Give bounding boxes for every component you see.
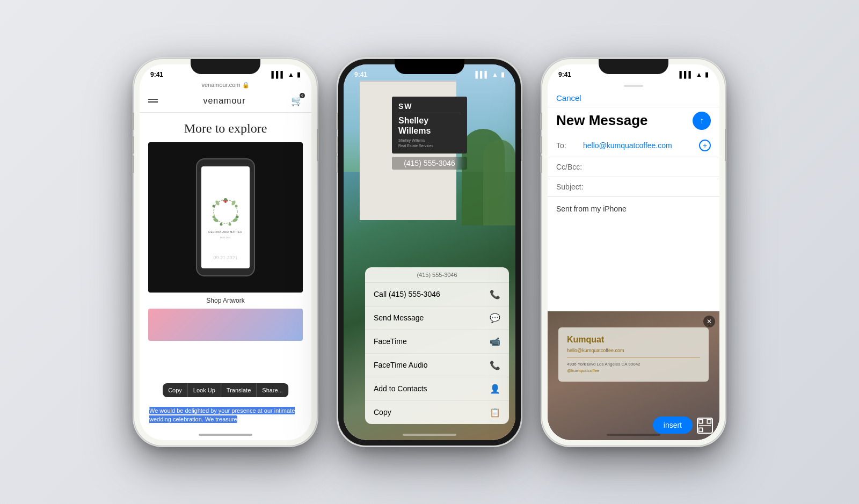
facetime-audio-icon: 📞 [490,360,500,370]
action-facetime-label: FaceTime [374,337,407,346]
action-header: (415) 555-3046 [365,267,509,283]
time-3: 9:41 [558,71,571,78]
close-icon: ✕ [707,318,712,325]
svg-point-2 [235,205,238,208]
page-heading: More to explore [140,113,311,142]
biz-email: hello@kumquatcoffee.com [567,347,700,354]
time-2: 9:41 [354,71,367,78]
action-copy[interactable]: Copy 📋 [365,401,509,424]
svg-point-12 [224,201,227,203]
add-contact-button[interactable]: + [699,140,711,151]
copy-btn[interactable]: Copy [163,383,188,397]
home-indicator-2 [403,434,456,436]
lookup-btn[interactable]: Look Up [188,383,221,397]
sign-first-name: Shelley [398,116,428,125]
subject-label: Subject: [556,182,584,191]
biz-brand: Kumquat [567,335,700,345]
action-add-contacts[interactable]: Add to Contacts 👤 [365,377,509,401]
building-sign: SW Shelley Willems Shelley Willems Real … [392,97,467,170]
bottom-banner [148,309,303,341]
nav-bar-1: venamour 🛒 0 [140,92,311,113]
card-camera-view: ✕ Kumquat hello@kumquatcoffee.com 4936 Y… [548,311,719,440]
wedding-date: 09.21.2021 [220,236,231,239]
action-copy-label: Copy [374,408,391,417]
wedding-text: DELFINA AND MATTEO [208,230,242,234]
screen-2: 9:41 ▌▌▌▲▮ SW Shelley Willems Shelley Wi… [344,64,515,440]
phone-2: 9:41 ▌▌▌▲▮ SW Shelley Willems Shelley Wi… [338,59,521,445]
wifi-icon: ▲ [288,71,294,78]
facetime-video-icon: 📹 [490,337,500,347]
insert-button[interactable]: insert [653,417,693,434]
svg-point-14 [227,200,228,202]
notch-2 [395,59,464,74]
svg-point-7 [213,205,215,208]
shop-label: Shop Artwork [140,293,311,309]
selected-text-area: We would be delighted by your presence a… [149,406,302,424]
action-sheet: (415) 555-3046 Call (415) 555-3046 📞 Sen… [365,267,509,424]
svg-rect-16 [707,419,711,423]
url-text: venamour.com [201,82,240,88]
svg-point-5 [220,223,223,226]
wedding-name: DELFINA AND MATTEO [208,230,242,234]
body-text: Sent from my iPhone [556,204,627,213]
cc-field[interactable]: Cc/Bcc: [548,157,719,177]
phone-number-display: (415) 555-3046 [392,157,467,170]
selected-text: We would be delighted by your presence a… [149,407,295,423]
send-icon: ↑ [700,116,704,126]
email-title: New Message [556,112,648,129]
cc-label: Cc/Bcc: [556,163,583,171]
action-add-contacts-label: Add to Contacts [374,384,427,393]
biz-detail: hello@kumquatcoffee.com [567,347,700,358]
translate-btn[interactable]: Translate [221,383,257,397]
floral-wreath-icon [209,195,242,228]
sign-sub2: Real Estate Services [398,144,433,148]
status-icons-1: ▌▌▌ ▲ ▮ [272,71,301,78]
business-card: Kumquat hello@kumquatcoffee.com 4936 Yor… [558,327,709,382]
subject-field[interactable]: Subject: [548,177,719,197]
share-btn[interactable]: Share... [257,383,288,397]
action-facetime[interactable]: FaceTime 📹 [365,330,509,354]
drag-handle [624,85,643,87]
action-call[interactable]: Call (415) 555-3046 📞 [365,283,509,306]
sign-board: SW Shelley Willems Shelley Willems Real … [392,97,467,154]
notch-1 [191,59,260,74]
biz-address: 4936 York Blvd Los Angeles CA 90042 @kum… [567,361,700,374]
address-bar[interactable]: venamour.com 🔒 [140,81,311,92]
wedding-card: DELFINA AND MATTEO 09.21.2021 [201,166,250,268]
artwork-inner: DELFINA AND MATTEO 09.21.2021 09.21.2021 [148,142,303,293]
close-camera-button[interactable]: ✕ [703,316,715,327]
svg-point-4 [229,223,231,226]
cart-icon[interactable]: 🛒 0 [291,95,303,107]
home-indicator-3 [607,434,660,436]
action-facetime-audio[interactable]: FaceTime Audio 📞 [365,354,509,377]
time-1: 9:41 [150,71,163,78]
message-icon: 💬 [490,313,500,323]
to-label: To: [556,141,583,150]
biz-address-line1: 4936 York Blvd Los Angeles CA 90042 [567,361,700,368]
to-field[interactable]: To: hello@kumquatcoffee.com + [548,134,719,157]
signal-icon: ▌▌▌ [272,71,286,78]
svg-point-13 [223,200,225,202]
cart-badge: 0 [300,93,305,98]
phone-1: 9:41 ▌▌▌ ▲ ▮ venamour.com 🔒 venamour 🛒 0… [134,59,317,445]
copy-icon: 📋 [490,407,500,418]
site-logo: venamour [203,96,245,106]
action-message[interactable]: Send Message 💬 [365,306,509,330]
sign-last-name: Willems [398,126,431,135]
artwork-date: 09.21.2021 [148,255,303,260]
sign-subtitle: Shelley Willems Real Estate Services [398,138,461,149]
svg-point-3 [236,216,239,218]
status-icons-3: ▌▌▌▲▮ [680,71,709,78]
menu-icon[interactable] [148,99,158,103]
sign-sub1: Shelley Willems [398,138,425,142]
phone-3: 9:41 ▌▌▌▲▮ Cancel New Message ↑ To: hell… [542,59,725,445]
send-button[interactable]: ↑ [693,112,711,130]
notch-3 [599,59,668,74]
sign-sw: SW [398,102,461,113]
action-call-label: Call (415) 555-3046 [374,290,440,298]
home-indicator-1 [199,434,252,436]
artwork-card: DELFINA AND MATTEO 09.21.2021 09.21.2021 [148,142,303,293]
email-body[interactable]: Sent from my iPhone [548,197,719,240]
cancel-button[interactable]: Cancel [556,93,581,103]
email-header: Cancel [548,91,719,107]
